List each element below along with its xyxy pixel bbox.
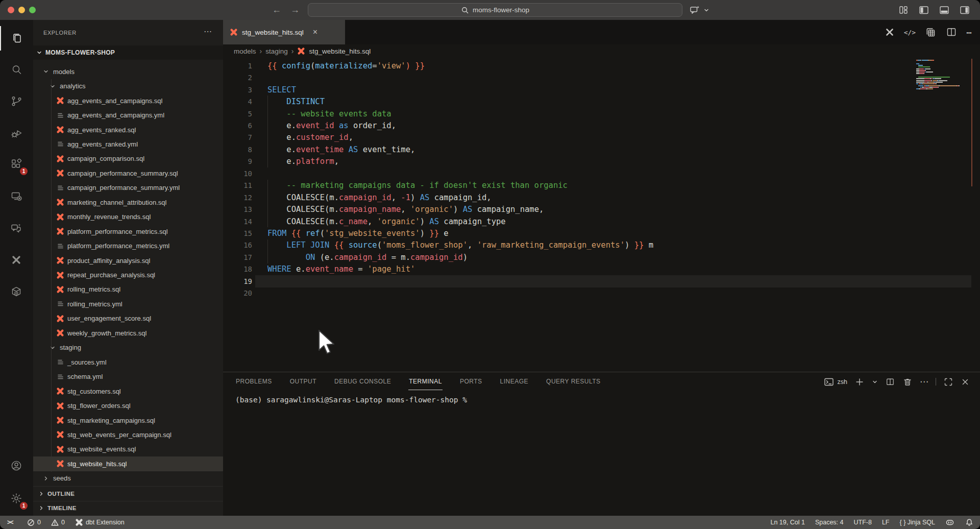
panel-tab-query-results[interactable]: QUERY RESULTS <box>546 373 601 390</box>
tree-item-stg-web-events-per-campaign-sql[interactable]: stg_web_events_per_campaign.sql <box>33 427 223 442</box>
close-x-icon[interactable] <box>961 377 970 387</box>
tree-item-seeds[interactable]: seeds <box>33 471 223 486</box>
toggle-secondary-sidebar-icon[interactable] <box>959 4 971 16</box>
explorer-more-icon[interactable]: ⋯ <box>204 27 212 36</box>
tree-item-stg-customers-sql[interactable]: stg_customers.sql <box>33 384 223 398</box>
minimize-window-button[interactable] <box>18 7 25 13</box>
tree-item-stg-marketing-campaigns-sql[interactable]: stg_marketing_campaigns.sql <box>33 413 223 427</box>
code-line-1[interactable]: 1{{ config(materialized='view') }} <box>223 60 971 71</box>
maximize-icon[interactable] <box>943 377 953 387</box>
code-line-3[interactable]: 3SELECT <box>223 84 971 95</box>
tree-item-platform-performance-metrics-sql[interactable]: platform_performance_metrics.sql <box>33 224 223 238</box>
tree-item-product-affinity-analysis-sql[interactable]: product_affinity_analysis.sql <box>33 253 223 268</box>
command-center-search[interactable]: moms-flower-shop <box>308 3 682 17</box>
tree-item-user-engagement-score-sql[interactable]: user_engagement_score.sql <box>33 311 223 326</box>
copilot-chat-control[interactable] <box>689 0 709 20</box>
code-line-9[interactable]: 9 e.platform, <box>223 156 971 167</box>
tree-item-schema-yml[interactable]: schema.yml <box>33 369 223 383</box>
code-line-6[interactable]: 6 e.event_id as order_id, <box>223 119 971 131</box>
status-item-dbt-solid[interactable]: dbt Extension <box>75 518 125 526</box>
code-line-18[interactable]: 18WHERE e.event_name = 'page_hit' <box>223 263 971 275</box>
tree-item-repeat-purchase-analysis-sql[interactable]: repeat_purchase_analysis.sql <box>33 268 223 282</box>
status-item--jinja-sql[interactable]: { } Jinja SQL <box>900 519 936 526</box>
status-item-lf[interactable]: LF <box>882 519 890 526</box>
activity-item-search[interactable] <box>0 58 33 82</box>
code-preview-icon[interactable]: </> <box>904 29 916 36</box>
code-line-5[interactable]: 5 -- website events data <box>223 108 971 119</box>
panel-tab-terminal[interactable]: TERMINAL <box>408 373 443 390</box>
code-line-16[interactable]: 16 LEFT JOIN {{ source('moms_flower_shop… <box>223 239 971 251</box>
panel-tab-ports[interactable]: PORTS <box>459 373 483 390</box>
chev-down-icon[interactable] <box>872 379 878 385</box>
tree-item-rolling-metrics-sql[interactable]: rolling_metrics.sql <box>33 282 223 297</box>
code-line-7[interactable]: 7 e.customer_id, <box>223 132 971 143</box>
code-line-12[interactable]: 12 COALESCE(m.campaign_id, -1) AS campai… <box>223 191 971 203</box>
status-item-remote-indicator[interactable]: >< <box>7 519 13 526</box>
activity-item-accounts[interactable] <box>0 454 33 478</box>
tree-item-agg-events-ranked-yml[interactable]: agg_events_ranked.yml <box>33 137 223 151</box>
code-line-17[interactable]: 17 ON (e.campaign_id = m.campaign_id) <box>223 251 971 263</box>
code-line-13[interactable]: 13 COALESCE(m.campaign_name, 'organic') … <box>223 203 971 215</box>
split-editor-icon[interactable] <box>885 377 895 387</box>
layout-customize-icon[interactable] <box>897 4 910 16</box>
activity-item-extensions[interactable]: 1 <box>0 152 33 177</box>
tree-item-monthly-revenue-trends-sql[interactable]: monthly_revenue_trends.sql <box>33 210 223 224</box>
tree-item-agg-events-and-campaigns-yml[interactable]: agg_events_and_campaigns.yml <box>33 108 223 122</box>
tree-root-moms-flower-shop[interactable]: MOMS-FLOWER-SHOP <box>33 45 223 60</box>
status-item-spaces-4[interactable]: Spaces: 4 <box>815 519 844 526</box>
maximize-window-button[interactable] <box>29 7 36 13</box>
code-line-14[interactable]: 14 COALESCE(m.c_name, 'organic') AS camp… <box>223 215 971 227</box>
tree-item-stg-website-hits-sql[interactable]: stg_website_hits.sql <box>33 456 223 471</box>
activity-item-remote-explorer[interactable] <box>0 184 33 209</box>
activity-item-dbt[interactable] <box>0 248 33 273</box>
code-line-19[interactable]: 19 <box>223 275 971 287</box>
tree-item-agg-events-and-campaigns-sql[interactable]: agg_events_and_campaigns.sql <box>33 93 223 108</box>
breadcrumb-item[interactable]: staging <box>265 47 288 55</box>
tree-item-campaign-performance-summary-sql[interactable]: campaign_performance_summary.sql <box>33 166 223 180</box>
tab-stg-website-hits[interactable]: stg_website_hits.sql × <box>223 20 345 44</box>
tree-item-analytics[interactable]: analytics <box>33 79 223 93</box>
tree-item-stg-website-events-sql[interactable]: stg_website_events.sql <box>33 442 223 456</box>
tree-item-marketing-channel-attribution-sql[interactable]: marketing_channel_attribution.sql <box>33 195 223 209</box>
more-actions-icon[interactable]: ⋯ <box>920 376 928 387</box>
status-item-copilot[interactable] <box>945 518 954 527</box>
code-editor[interactable]: 1{{ config(materialized='view') }}23SELE… <box>223 58 980 372</box>
shell-name[interactable]: zsh <box>838 378 847 386</box>
sidebar-section-outline[interactable]: OUTLINE <box>33 486 223 500</box>
breadcrumb-item[interactable]: models <box>234 47 256 55</box>
more-icon[interactable]: ⋯ <box>966 27 972 38</box>
status-item-warning-triangle[interactable]: 0 <box>51 519 65 526</box>
dbt-icon[interactable] <box>884 27 895 38</box>
activity-item-source-control[interactable] <box>0 89 33 114</box>
tree-item-campaign-comparison-sql[interactable]: campaign_comparison.sql <box>33 152 223 166</box>
tree-item-agg-events-ranked-sql[interactable]: agg_events_ranked.sql <box>33 123 223 137</box>
tree-item-campaign-performance-summary-yml[interactable]: campaign_performance_summary.yml <box>33 181 223 195</box>
tree-item-staging[interactable]: staging <box>33 341 223 355</box>
status-item-ln-19-col-1[interactable]: Ln 19, Col 1 <box>770 519 804 526</box>
status-item-utf-8[interactable]: UTF-8 <box>853 519 871 526</box>
toggle-primary-sidebar-icon[interactable] <box>918 4 930 16</box>
tree-item-stg-flower-orders-sql[interactable]: stg_flower_orders.sql <box>33 398 223 413</box>
terminal-output[interactable]: (base) saragawlinski@Saras-Laptop moms-f… <box>235 396 467 404</box>
panel-tab-output[interactable]: OUTPUT <box>289 373 317 390</box>
code-line-11[interactable]: 11 -- marketing campaigns data - if does… <box>223 180 971 191</box>
breadcrumb-file[interactable]: stg_website_hits.sql <box>309 47 371 55</box>
split-editor-icon[interactable] <box>945 26 958 38</box>
code-line-10[interactable]: 10 <box>223 167 971 179</box>
close-window-button[interactable] <box>8 7 14 13</box>
tree-item-platform-performance-metrics-yml[interactable]: platform_performance_metrics.yml <box>33 238 223 253</box>
tree-item-weekly-growth-metrics-sql[interactable]: weekly_growth_metrics.sql <box>33 326 223 340</box>
terminal-icon[interactable] <box>823 376 835 388</box>
tab-close-icon[interactable]: × <box>313 28 317 37</box>
sidebar-section-timeline[interactable]: TIMELINE <box>33 501 223 515</box>
forward-icon[interactable]: → <box>290 5 300 15</box>
code-line-15[interactable]: 15FROM {{ ref('stg_website_events') }} e <box>223 227 971 239</box>
trash-icon[interactable] <box>902 377 913 387</box>
status-item-bell[interactable] <box>965 518 974 527</box>
code-line-4[interactable]: 4 DISTINCT <box>223 95 971 107</box>
plus-icon[interactable] <box>854 377 865 387</box>
code-line-20[interactable]: 20 <box>223 287 971 299</box>
back-icon[interactable]: ← <box>272 5 281 15</box>
activity-item-package[interactable] <box>0 280 33 304</box>
code-line-2[interactable]: 2 <box>223 71 971 83</box>
